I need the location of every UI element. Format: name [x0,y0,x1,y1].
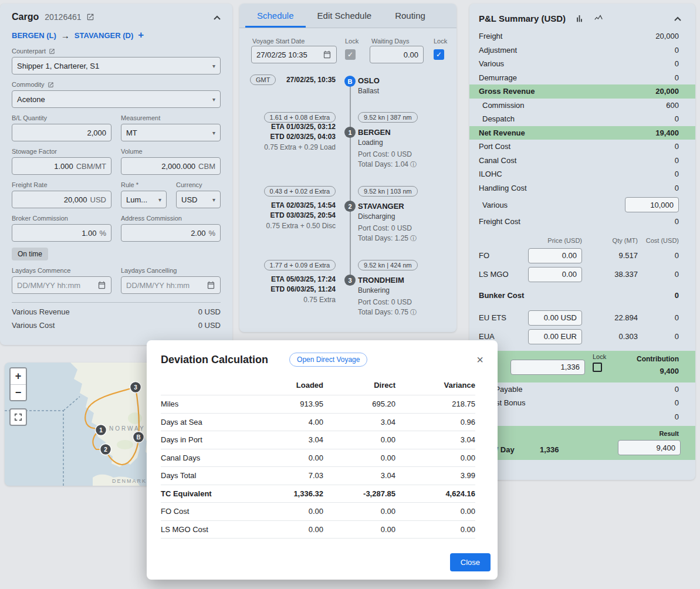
info-icon[interactable]: ⓘ [410,309,417,316]
zoom-out-button[interactable]: − [11,384,26,400]
add-port-button[interactable]: + [138,29,144,41]
contribution-label: Contribution [637,355,679,363]
open-direct-voyage-button[interactable]: Open Direct Voyage [289,353,367,367]
counterpart-select[interactable]: Shipper 1, Charterer, S1 ▾ [12,57,221,75]
tab-schedule[interactable]: Schedule [245,4,306,28]
result-header: Result [659,430,679,437]
port-activity: Bunkering [358,286,390,294]
modal-title: Deviation Calculation [161,354,268,366]
volume-input[interactable]: 2,000.000 CBM [121,157,221,175]
cargo-title: Cargo [12,12,39,22]
map-marker-1[interactable]: 1 [96,425,107,436]
tab-routing[interactable]: Routing [383,4,437,28]
chevron-down-icon: ▾ [212,63,215,69]
close-icon[interactable]: × [476,354,483,365]
voyage-start-date-input[interactable]: 27/02/25 10:35 [251,46,337,63]
port-name: TRONDHEIM [358,276,404,285]
tce-lock-checkbox[interactable] [593,363,602,372]
total-days: Total Days: 1.25ⓘ [358,234,417,243]
map-marker-2[interactable]: 2 [100,444,111,455]
measurement-select[interactable]: MT ▾ [121,124,221,141]
info-icon[interactable]: ⓘ [410,235,417,242]
lsmgo-price-input[interactable]: 0.00 [528,267,582,282]
timezone-badge: GMT [250,75,276,85]
open-cargo-external-link-icon[interactable] [86,13,94,21]
cargo-header: Cargo 20126461 [12,12,221,22]
chevron-up-icon[interactable] [674,13,681,23]
check-icon: ✓ [436,50,442,59]
route-destination[interactable]: STAVANGER (D) [75,31,133,40]
map-label-norway: NORWAY [109,425,146,432]
laydays-commence-label: Laydays Commence [12,267,111,274]
svg-text:B: B [136,434,140,441]
timeline-node-3: 3 [344,275,356,286]
eu-ets-price-input[interactable]: 0.00 USD [528,310,582,326]
calendar-icon[interactable] [323,50,332,59]
calendar-icon[interactable] [207,281,215,290]
zoom-in-button[interactable]: + [11,368,26,384]
measurement-label: Measurement [121,114,221,121]
pnl-row-commission: Commission600 [469,99,695,113]
calendar-icon[interactable] [97,281,106,290]
waiting-days-input[interactable]: 0.00 [370,46,424,63]
bunker-row-fo: FO 0.00 9.517 0 [469,246,695,265]
currency-select[interactable]: USD ▾ [176,191,221,208]
rule-select[interactable]: Lum... ▾ [121,191,167,208]
laydays-cancelling-label: Laydays Cancelling [121,267,221,274]
volume-label: Volume [121,148,221,155]
table-row-fo-cost: FO Cost 0.00 0.00 0.00 [161,503,475,521]
timeline-start-row: GMT 27/02/25, 10:35 [250,75,336,85]
leg-duration: 0.43 d + 0.02 d Extra [250,185,336,197]
stowage-factor-input[interactable]: 1.000 CBM/MT [12,157,111,175]
tce-block: TCE 1,336 Lock Contribution 9,400 [469,351,695,382]
port-cost: Port Cost: 0 USD [358,224,412,232]
result-per-day-value: 1,336 [540,445,559,454]
divider [12,302,221,303]
cargo-route: BERGEN (L) → STAVANGER (D) + [12,29,221,41]
commodity-select[interactable]: Acetone ▾ [12,90,221,108]
fullscreen-icon [14,413,22,421]
modal-header: Deviation Calculation Open Direct Voyage… [147,340,498,368]
various-cost-input[interactable]: 10,000 [625,197,679,212]
analytics-icon[interactable] [593,14,604,23]
chevron-up-icon[interactable] [214,12,221,22]
fullscreen-button[interactable] [9,408,27,426]
timeline-line [350,81,351,280]
map-marker-B[interactable]: B [133,432,144,443]
address-commission-input[interactable]: 2.00 % [121,224,221,242]
cargo-card: Cargo 20126461 BERGEN (L) → STAVANGER (D… [0,4,232,345]
voyage-start-lock-checkbox[interactable]: ✓ [345,49,356,60]
leg-duration: 1.61 d + 0.08 d Extra [250,111,336,123]
bar-chart-icon[interactable] [575,14,584,23]
stop-extra: 0.75 Extra [250,296,336,304]
port-name: BERGEN [358,128,391,137]
svg-text:1: 1 [99,427,103,434]
route-origin[interactable]: BERGEN (L) [12,31,56,40]
close-button[interactable]: Close [450,553,491,571]
waiting-days-lock-checkbox[interactable]: ✓ [434,49,444,60]
fo-price-input[interactable]: 0.00 [528,248,582,263]
bl-quantity-input[interactable]: 2,000 [12,124,111,141]
eua-price-input[interactable]: 0.00 EUR [528,329,582,344]
result-block: Result TCE / Day 1,336 9,400 [469,426,695,460]
result-input[interactable]: 9,400 [618,440,681,455]
info-icon[interactable]: ⓘ [410,161,417,168]
pnl-row-misc: 0 [469,410,695,424]
tab-edit-schedule[interactable]: Edit Schedule [306,4,384,28]
laydays-cancelling-input[interactable]: DD/MM/YY hh:mm [121,276,221,294]
port-activity: Discharging [358,212,395,221]
stop-etd: ETD 06/03/25, 11:24 [250,285,336,293]
map-marker-3[interactable]: 3 [130,382,141,393]
table-row-days-total: Days Total 7.03 3.04 3.99 [161,467,475,485]
map-label-denmark: DENMARK [112,478,147,484]
stop-eta: ETA 01/03/25, 03:12 [250,123,336,131]
start-datetime: 27/02/25, 10:35 [286,76,336,84]
pnl-row-ilohc: ILOHC0 [469,167,695,181]
laydays-commence-input[interactable]: DD/MM/YY hh:mm [12,276,111,294]
pnl-row-net-revenue: Net Revenue19,400 [469,126,695,140]
freight-rate-input[interactable]: 20,000 USD [12,191,111,208]
bunker-row-eu-ets: EU ETS 0.00 USD 22.894 0 [469,309,695,327]
tce-input[interactable]: 1,336 [510,360,585,375]
table-row-canal-days: Canal Days 0.00 0.00 0.00 [161,449,475,468]
broker-commission-input[interactable]: 1.00 % [12,224,111,242]
